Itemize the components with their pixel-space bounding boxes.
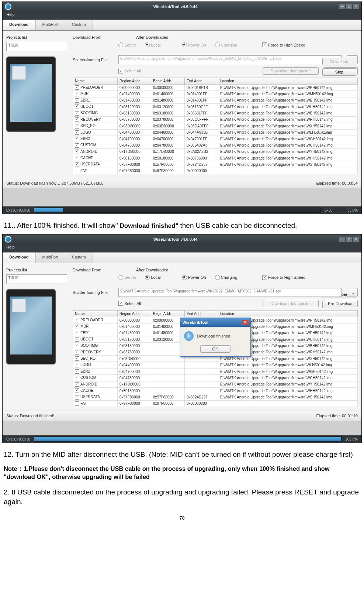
col-location[interactable]: Location [218,78,358,85]
radio-charging[interactable]: Charging [215,42,238,47]
table-row[interactable]: FAT0x97F800000x97F800000x00000000 [73,168,358,174]
table-row[interactable]: EBR10x014800000x014800000x014801FFE:\WMT… [73,97,358,103]
radio-poweron[interactable]: Power On [182,42,206,47]
tab-download[interactable]: Download [3,253,36,263]
dialog-ok-button[interactable]: OK [200,345,230,353]
titlebar[interactable]: WiseLinkTool v4.6.0.44 ─ □ ✕ [3,234,361,244]
radio-local[interactable]: Local [145,42,160,47]
select-all-checkbox[interactable]: Select All [118,69,141,73]
row-checkbox[interactable] [75,318,79,322]
row-checkbox[interactable] [75,344,79,348]
radio-charging[interactable]: Charging [215,275,238,280]
scatter-file-path[interactable]: E:\WMTK Android Upgrade Tool\Wupgrade fi… [118,288,342,297]
col-begin[interactable]: Begin Addr [151,78,185,85]
table-row[interactable]: PRELOADER0x000000000x000000000x0001BF1BE… [73,85,358,91]
close-icon[interactable]: ✕ [353,237,359,242]
radio-local[interactable]: Local [145,275,160,280]
row-checkbox[interactable] [75,92,79,96]
col-name[interactable]: Name [73,310,118,317]
row-checkbox[interactable] [75,356,79,361]
maximize-icon[interactable]: □ [346,237,352,242]
col-end[interactable]: End Addr [185,310,218,317]
minimize-icon[interactable]: ─ [339,4,345,9]
table-row[interactable]: CACHE0x501800000x501800000x50786093E:\WM… [73,155,358,161]
row-checkbox[interactable] [75,117,79,122]
table-row[interactable]: CUSTOM0x047800000x047800000x066482A3E:\W… [73,142,358,148]
table-row[interactable]: FAT0x97F800000x97F800000x00000000 [73,400,358,407]
table-row[interactable]: MBR0x014000000x014000000x014001FFE:\WMTK… [73,91,358,97]
row-checkbox[interactable] [75,331,79,335]
help-menu[interactable]: Help [6,12,15,17]
row-checkbox[interactable] [75,382,79,387]
row-checkbox[interactable] [75,105,79,109]
col-begin[interactable]: Begin Addr [151,310,185,317]
table-row[interactable]: EBR20x047000000x047000000x047001FFE:\WMT… [73,136,358,142]
project-combo[interactable]: TI610 [6,42,67,51]
table-row[interactable]: RECOVERY0x037800000x037800000x03C8FFFFE:… [73,116,358,123]
table-row[interactable]: USERDATA0x57F800000x57F800000x5924D237E:… [73,161,358,168]
select-all-checkbox[interactable]: Select All [118,301,141,306]
help-menu[interactable]: Help [6,245,15,249]
row-checkbox[interactable] [75,363,79,367]
scatter-file-path[interactable]: E:\WMTK Android Upgrade Tool\Wupgrade fi… [118,55,342,64]
row-checkbox[interactable] [75,85,79,90]
tab-custom[interactable]: Custom [65,253,93,263]
download-data-packet-button[interactable]: Download data packet [263,67,319,75]
row-checkbox[interactable] [75,337,79,342]
radio-server[interactable]: Server [118,42,136,47]
col-location[interactable]: Location [218,310,358,317]
browse-button[interactable]: … [347,288,358,297]
row-checkbox[interactable] [75,162,79,167]
col-end[interactable]: End Addr [185,78,218,85]
download-data-packet-button[interactable]: Download data packet [263,300,319,307]
col-name[interactable]: Name [73,78,118,85]
col-region[interactable]: Region Addr [118,78,151,85]
project-combo[interactable]: TI610 [6,274,67,284]
row-checkbox[interactable] [75,98,79,103]
table-row[interactable]: LOGO0x044000000x044000000x044A933BE:\WMT… [73,129,358,136]
table-row[interactable]: UBOOT0x031200000x031200000x03160C2FE:\WM… [73,104,358,110]
row-checkbox[interactable] [75,350,79,354]
table-row[interactable]: EBR20x04700000E:\WMTK Android Upgrade To… [73,368,358,374]
tab-download[interactable]: Download [3,20,36,30]
titlebar[interactable]: WiseLinkTool v4.6.0.44 ─ □ ✕ [3,2,361,11]
row-checkbox[interactable] [75,395,79,400]
minimize-icon[interactable]: ─ [339,237,345,242]
table-row[interactable]: CUSTOM0x04780000E:\WMTK Android Upgrade … [73,375,358,381]
download-button[interactable]: Download [322,58,356,65]
maximize-icon[interactable]: □ [346,4,352,9]
row-checkbox[interactable] [75,325,79,329]
radio-poweron[interactable]: Power On [182,275,206,280]
tab-multiport[interactable]: MultiPort [36,253,65,263]
info-icon [184,331,194,341]
stop-button[interactable]: Stop [322,68,356,76]
row-checkbox[interactable] [75,388,79,393]
tab-multiport[interactable]: MultiPort [36,20,65,30]
table-row[interactable]: ANDROID0x17D80000E:\WMTK Android Upgrade… [73,381,358,387]
radio-server[interactable]: Server [118,275,136,280]
row-checkbox[interactable] [75,130,79,135]
row-checkbox[interactable] [75,137,79,141]
close-icon[interactable]: ✕ [353,4,359,9]
table-row[interactable]: LOGO0x04400000E:\WMTK Android Upgrade To… [73,362,358,368]
dialog-close-icon[interactable]: ✕ [242,320,248,325]
table-row[interactable]: CACHE0x50180000E:\WMTK Android Upgrade T… [73,387,358,394]
table-row[interactable]: USERDATA0x57F800000x57F800000x5924D237E:… [73,394,358,400]
tab-custom[interactable]: Custom [65,20,93,30]
row-checkbox[interactable] [75,376,79,380]
row-checkbox[interactable] [75,156,79,160]
pre-download-button[interactable]: Pre-Download [324,300,358,307]
force-speed-checkbox[interactable]: Force to High Speed [262,42,305,47]
row-checkbox[interactable] [75,169,79,173]
row-checkbox[interactable] [75,111,79,116]
table-row[interactable]: SEC_RO0x03D800000x03D800000x03DA0FFFE:\W… [73,123,358,129]
col-region[interactable]: Region Addr [118,310,151,317]
force-speed-checkbox[interactable]: Force to High Speed [262,275,305,280]
row-checkbox[interactable] [75,150,79,154]
row-checkbox[interactable] [75,124,79,129]
table-row[interactable]: BOOTIMG0x031800000x031800000x03631FFFE:\… [73,110,358,116]
row-checkbox[interactable] [75,369,79,374]
row-checkbox[interactable] [75,401,79,406]
table-row[interactable]: ANDROID0x17D800000x17D800000x3A02A2B3E:\… [73,148,358,155]
row-checkbox[interactable] [75,143,79,148]
